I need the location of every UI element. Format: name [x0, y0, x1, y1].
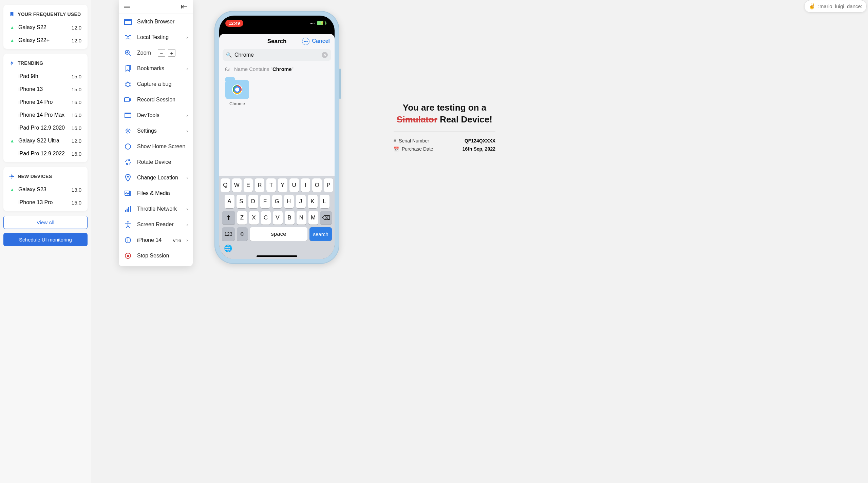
change-location-label: Change Location: [137, 175, 178, 181]
device-row[interactable]: iPhone 13 15.0: [3, 83, 88, 96]
device-row[interactable]: iPhone 14 Pro 16.0: [3, 96, 88, 109]
key-t[interactable]: T: [266, 178, 276, 192]
settings-item[interactable]: Settings ›: [119, 123, 193, 139]
key-p[interactable]: P: [324, 178, 333, 192]
notch: [253, 16, 301, 25]
stop-session-item[interactable]: Stop Session: [119, 248, 193, 264]
key-m[interactable]: M: [308, 211, 318, 225]
shift-key[interactable]: ⬆︎: [222, 211, 235, 225]
device-row[interactable]: ▲Galaxy S22 Ultra 12.0: [3, 134, 88, 147]
device-section: YOUR FREQUENTLY USED ▲Galaxy S22 12.0 ▲G…: [3, 5, 88, 49]
schedule-monitoring-button[interactable]: Schedule UI monitoring: [3, 233, 88, 246]
meta-icon: #: [394, 138, 396, 143]
onscreen-keyboard[interactable]: QWERTYUIOP ASDFGHJKL ⬆︎ ZXCVBNM ⌫ 123 ☺ …: [219, 176, 335, 259]
local-testing-item[interactable]: Local Testing ›: [119, 30, 193, 45]
search-input[interactable]: [234, 52, 319, 58]
device-info-item[interactable]: iPhone 14 v16 ›: [119, 232, 193, 248]
key-j[interactable]: J: [296, 195, 306, 208]
key-v[interactable]: V: [273, 211, 283, 225]
device-row[interactable]: iPhone 14 Pro Max 16.0: [3, 109, 88, 121]
screen-reader-item[interactable]: Screen Reader ›: [119, 217, 193, 232]
key-k[interactable]: K: [308, 195, 318, 208]
key-h[interactable]: H: [284, 195, 294, 208]
device-row[interactable]: ▲Galaxy S22 12.0: [3, 21, 88, 34]
meta-label: Serial Number: [399, 138, 429, 143]
search-filter-suggestion[interactable]: 🗂︎ Name Contains "Chrome": [219, 64, 335, 74]
meta-label: Purchase Date: [402, 146, 433, 152]
backspace-key[interactable]: ⌫: [320, 211, 332, 225]
numeric-key[interactable]: 123: [222, 227, 235, 241]
key-c[interactable]: C: [261, 211, 271, 225]
home-indicator[interactable]: [257, 255, 297, 257]
chevron-right-icon: ›: [186, 35, 188, 40]
device-version: 16.0: [72, 112, 81, 118]
change-location-item[interactable]: Change Location ›: [119, 170, 193, 186]
key-q[interactable]: Q: [221, 178, 230, 192]
svg-rect-10: [125, 113, 131, 114]
clear-input-icon[interactable]: ✕: [322, 52, 328, 58]
key-u[interactable]: U: [289, 178, 299, 192]
key-n[interactable]: N: [297, 211, 306, 225]
device-version: 16.0: [72, 99, 81, 105]
device-row[interactable]: ▲Galaxy S23 13.0: [3, 183, 88, 196]
device-row[interactable]: iPad Pro 12.9 2022 16.0: [3, 147, 88, 160]
zoom-in-button[interactable]: +: [168, 49, 175, 57]
switch-browser-item[interactable]: Switch Browser: [119, 14, 193, 30]
key-e[interactable]: E: [244, 178, 253, 192]
key-w[interactable]: W: [232, 178, 242, 192]
device-name: Galaxy S23: [18, 187, 46, 193]
search-bar[interactable]: 🔍 ✕: [223, 49, 331, 61]
key-r[interactable]: R: [255, 178, 264, 192]
device-row[interactable]: ▲Galaxy S22+ 12.0: [3, 34, 88, 47]
svg-point-13: [127, 176, 129, 178]
meta-value: QF124QXXXX: [465, 138, 495, 143]
key-f[interactable]: F: [260, 195, 270, 208]
device-name: iPad Pro 12.9 2022: [18, 151, 65, 157]
record-session-item[interactable]: Record Session: [119, 92, 193, 108]
device-name: iPhone 13 Pro: [18, 199, 53, 206]
notification-chip[interactable]: ✌️ :mario_luigi_dance:: [804, 0, 867, 13]
key-l[interactable]: L: [320, 195, 329, 208]
signal-dots-icon: ••••: [310, 22, 315, 25]
apple-icon: [10, 74, 15, 79]
device-name: Galaxy S22+: [18, 37, 50, 43]
key-y[interactable]: Y: [278, 178, 287, 192]
key-o[interactable]: O: [312, 178, 322, 192]
zoom-out-button[interactable]: −: [158, 49, 165, 57]
section-header: TRENDING: [3, 57, 88, 70]
key-a[interactable]: A: [225, 195, 234, 208]
devtools-label: DevTools: [137, 112, 159, 118]
section-header: NEW DEVICES: [3, 170, 88, 183]
device-row[interactable]: iPad 9th 15.0: [3, 70, 88, 83]
key-z[interactable]: Z: [237, 211, 247, 225]
devtools-item[interactable]: DevTools ›: [119, 108, 193, 123]
emoji-key[interactable]: ☺: [237, 227, 248, 241]
device-info-version: v16: [173, 237, 181, 243]
key-b[interactable]: B: [285, 211, 295, 225]
show-home-item[interactable]: Show Home Screen: [119, 139, 193, 154]
key-x[interactable]: X: [249, 211, 259, 225]
view-all-button[interactable]: View All: [3, 216, 88, 229]
drag-handle-icon[interactable]: [124, 4, 130, 10]
key-i[interactable]: I: [301, 178, 310, 192]
globe-key[interactable]: 🌐: [221, 244, 333, 252]
device-row[interactable]: iPad Pro 12.9 2020 16.0: [3, 121, 88, 134]
bookmarks-item[interactable]: Bookmarks ›: [119, 61, 193, 76]
throttle-network-item[interactable]: Throttle Network ›: [119, 201, 193, 217]
more-options-icon[interactable]: •••: [302, 38, 309, 45]
section-header: YOUR FREQUENTLY USED: [3, 8, 88, 21]
collapse-icon[interactable]: [181, 4, 187, 10]
capture-bug-item[interactable]: Capture a bug: [119, 76, 193, 92]
search-key[interactable]: search: [309, 227, 332, 241]
cancel-button[interactable]: Cancel: [312, 38, 330, 44]
rotate-device-item[interactable]: Rotate Device: [119, 154, 193, 170]
rotate-icon: [124, 158, 132, 166]
device-row[interactable]: iPhone 13 Pro 15.0: [3, 196, 88, 209]
files-media-item[interactable]: Files & Media: [119, 186, 193, 201]
key-g[interactable]: G: [272, 195, 282, 208]
space-key[interactable]: space: [250, 227, 307, 241]
key-d[interactable]: D: [248, 195, 258, 208]
key-s[interactable]: S: [237, 195, 246, 208]
svg-rect-16: [125, 210, 126, 212]
search-result-chrome[interactable]: Chrome: [225, 80, 249, 106]
